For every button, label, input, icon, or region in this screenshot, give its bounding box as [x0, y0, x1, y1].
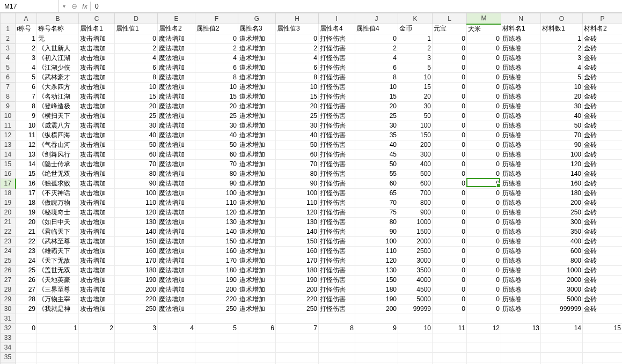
cell[interactable]: 魔法增加: [158, 63, 195, 72]
cell[interactable]: 道术增加: [238, 236, 276, 246]
cell[interactable]: [115, 352, 158, 362]
cell[interactable]: 0: [433, 34, 467, 43]
cell[interactable]: [276, 314, 319, 323]
cell[interactable]: 50: [398, 111, 433, 121]
cell[interactable]: 道术增加: [238, 72, 276, 82]
col-header-N[interactable]: N: [501, 13, 541, 24]
cell[interactable]: [398, 352, 433, 362]
cell[interactable]: [238, 333, 276, 343]
row-header-23[interactable]: 23: [1, 236, 16, 246]
row-header-19[interactable]: 19: [1, 198, 16, 207]
cell[interactable]: 魔法增加: [158, 188, 195, 198]
cell[interactable]: [583, 362, 623, 364]
cell[interactable]: 0: [467, 111, 501, 121]
cell[interactable]: 0: [467, 121, 501, 130]
cell[interactable]: 160: [541, 179, 583, 188]
cell[interactable]: 打怪伤害: [319, 92, 355, 101]
cell[interactable]: 道术增加: [238, 179, 276, 188]
row-header-33[interactable]: 33: [1, 333, 16, 343]
cell[interactable]: [433, 343, 467, 352]
cell[interactable]: 魔法增加: [158, 159, 195, 169]
cell[interactable]: 27: [16, 285, 37, 294]
cell[interactable]: 魔法增加: [158, 236, 195, 246]
cell[interactable]: 80: [195, 169, 238, 179]
cell[interactable]: 《气吞山河: [37, 140, 79, 150]
cell[interactable]: 140: [276, 227, 319, 236]
cell[interactable]: 《盖世无双: [37, 265, 79, 275]
cell[interactable]: 金砖: [583, 101, 623, 111]
cell[interactable]: [541, 343, 583, 352]
cell[interactable]: [355, 352, 398, 362]
cell[interactable]: 魔法增加: [158, 265, 195, 275]
cell[interactable]: [467, 333, 501, 343]
cell[interactable]: [398, 362, 433, 364]
cell[interactable]: 6: [16, 82, 37, 92]
cell[interactable]: 金砖: [583, 198, 623, 207]
row-header-31[interactable]: 31: [1, 314, 16, 323]
cell[interactable]: [195, 362, 238, 364]
cell[interactable]: 攻击增加: [79, 236, 115, 246]
cell[interactable]: 0: [16, 323, 37, 333]
cell[interactable]: 1: [16, 34, 37, 43]
row-header-11[interactable]: 11: [1, 121, 16, 130]
cell[interactable]: 0: [433, 294, 467, 304]
cell[interactable]: 170: [195, 256, 238, 265]
cell[interactable]: 400: [398, 159, 433, 169]
cell[interactable]: 70: [276, 159, 319, 169]
cell[interactable]: 190: [355, 294, 398, 304]
cell[interactable]: 999999: [541, 304, 583, 314]
cell[interactable]: 600: [398, 179, 433, 188]
col-header-M[interactable]: M: [467, 13, 501, 24]
cell[interactable]: 魔法增加: [158, 275, 195, 285]
cell[interactable]: 40: [195, 130, 238, 140]
cell[interactable]: [16, 333, 37, 343]
cell[interactable]: 魔法增加: [158, 34, 195, 43]
cell[interactable]: 攻击增加: [79, 217, 115, 227]
cell[interactable]: 30: [276, 121, 319, 130]
cell[interactable]: 《天下无敌: [37, 256, 79, 265]
cell[interactable]: 攻击增加: [79, 294, 115, 304]
cell[interactable]: 历练卷: [501, 169, 541, 179]
cell[interactable]: 《我就是神: [37, 304, 79, 314]
cell[interactable]: 材料名2: [583, 24, 623, 34]
cell[interactable]: 攻击增加: [79, 34, 115, 43]
cell[interactable]: 15: [583, 323, 623, 333]
cell[interactable]: 10: [115, 82, 158, 92]
cell[interactable]: 3000: [398, 256, 433, 265]
cell[interactable]: 打怪伤害: [319, 217, 355, 227]
cell[interactable]: 100: [195, 188, 238, 198]
row-header-14[interactable]: 14: [1, 150, 16, 159]
cell[interactable]: 2: [276, 43, 319, 53]
cell[interactable]: 0: [433, 246, 467, 256]
cell[interactable]: 2: [195, 43, 238, 53]
cell[interactable]: 攻击增加: [79, 72, 115, 82]
cell[interactable]: 历练卷: [501, 246, 541, 256]
cell[interactable]: 0: [433, 72, 467, 82]
cell[interactable]: [398, 314, 433, 323]
cell[interactable]: 30: [541, 101, 583, 111]
cell[interactable]: 0: [467, 130, 501, 140]
cell[interactable]: 30: [355, 121, 398, 130]
cell[interactable]: 道术增加: [238, 227, 276, 236]
cell[interactable]: 100: [541, 150, 583, 159]
cell[interactable]: 历练卷: [501, 198, 541, 207]
cell[interactable]: [195, 314, 238, 323]
cell[interactable]: 0: [433, 227, 467, 236]
cell[interactable]: 金币: [398, 24, 433, 34]
cell[interactable]: 0: [433, 82, 467, 92]
cell[interactable]: 60: [195, 150, 238, 159]
cell[interactable]: 4500: [398, 285, 433, 294]
cell[interactable]: 150: [276, 236, 319, 246]
cell[interactable]: 800: [398, 198, 433, 207]
select-all-corner[interactable]: [1, 13, 16, 24]
cell[interactable]: 攻击增加: [79, 92, 115, 101]
cell[interactable]: 历练卷: [501, 53, 541, 63]
cell[interactable]: 金砖: [583, 150, 623, 159]
cell[interactable]: 《纵横四海: [37, 130, 79, 140]
cell[interactable]: 10: [276, 82, 319, 92]
col-header-O[interactable]: O: [541, 13, 583, 24]
cell[interactable]: 《名动江湖: [37, 92, 79, 101]
cell[interactable]: [16, 352, 37, 362]
cell[interactable]: 《登峰造极: [37, 101, 79, 111]
cell[interactable]: 属性名2: [158, 24, 195, 34]
